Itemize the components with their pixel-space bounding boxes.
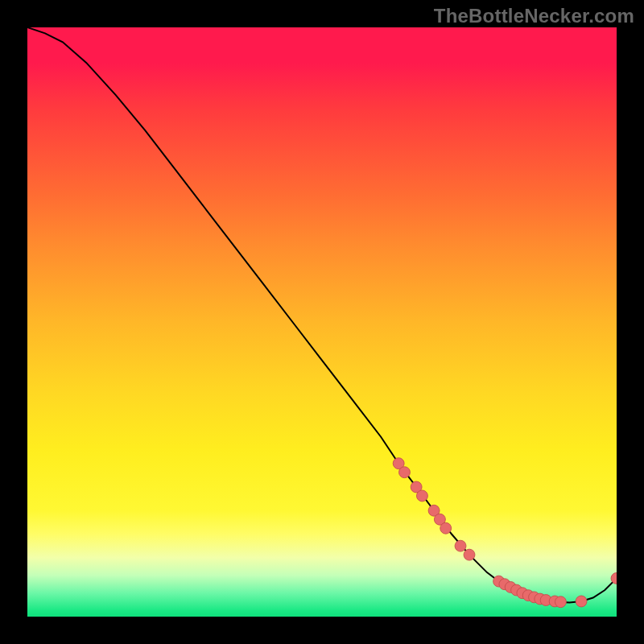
data-marker [576,596,587,607]
curve-layer [27,27,617,617]
data-marker [399,467,411,478]
data-marker [555,597,567,608]
data-marker [464,549,475,560]
data-markers [393,458,617,608]
data-marker [416,490,427,502]
data-marker [440,522,452,534]
data-marker [455,540,466,551]
bottleneck-curve [27,27,617,602]
chart-frame: TheBottleNecker.com [0,0,644,644]
watermark-text: TheBottleNecker.com [434,5,634,27]
plot-area [27,27,617,617]
